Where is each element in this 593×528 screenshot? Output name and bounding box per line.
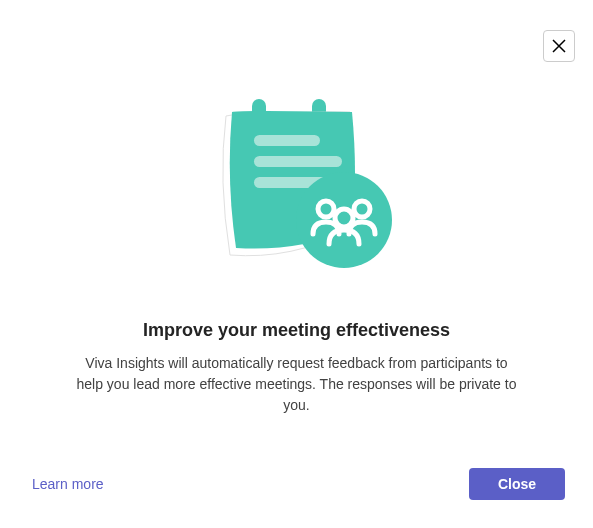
dialog-footer: Learn more Close — [0, 468, 593, 500]
learn-more-link[interactable]: Learn more — [32, 476, 104, 492]
dialog-content: Improve your meeting effectiveness Viva … — [0, 0, 593, 416]
meeting-calendar-illustration — [182, 80, 412, 280]
dialog-description: Viva Insights will automatically request… — [52, 353, 542, 416]
close-button[interactable]: Close — [469, 468, 565, 500]
svg-rect-2 — [254, 135, 320, 146]
svg-point-5 — [296, 172, 392, 268]
close-icon-button[interactable] — [543, 30, 575, 62]
close-icon — [552, 39, 566, 53]
svg-rect-3 — [254, 156, 342, 167]
dialog-title: Improve your meeting effectiveness — [143, 320, 450, 341]
